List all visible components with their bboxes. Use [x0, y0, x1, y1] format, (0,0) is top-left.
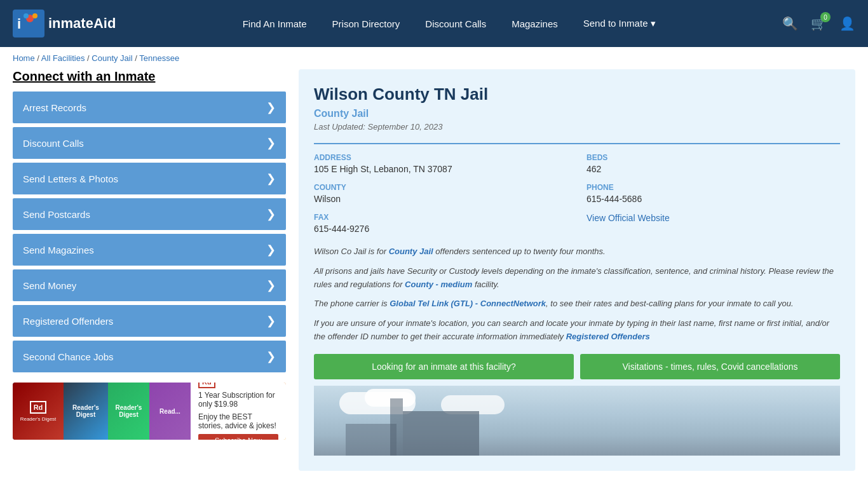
desc-1: Wilson Co Jail is for County Jail offend… [314, 245, 840, 259]
fax-value: 615-444-9276 [314, 224, 567, 234]
ad-image-4: Read... [149, 383, 191, 440]
cart-badge: 0 [820, 12, 831, 22]
chevron-right-icon: ❯ [266, 278, 276, 292]
visitations-button[interactable]: Visitations - times, rules, Covid cancel… [580, 354, 840, 379]
breadcrumb-all-facilities[interactable]: All Facilities [41, 53, 85, 63]
desc-2: All prisons and jails have Security or C… [314, 265, 840, 292]
sidebar-item-send-letters[interactable]: Send Letters & Photos ❯ [13, 163, 286, 194]
sidebar-item-second-chance-jobs[interactable]: Second Chance Jobs ❯ [13, 341, 286, 372]
ad-brand: Rd [198, 383, 215, 388]
header: i inmateAid Find An Inmate Prison Direct… [0, 0, 868, 47]
search-icon[interactable]: 🔍 [782, 16, 798, 31]
address-label: ADDRESS [314, 153, 567, 162]
advertisement: Rd Reader's Digest Reader'sDigest Reader… [13, 383, 286, 440]
header-icons: 🔍 🛒 0 👤 [782, 16, 855, 31]
main-nav: Find An Inmate Prison Directory Discount… [116, 18, 782, 29]
logo-icon: i [13, 10, 44, 37]
nav-send-to-inmate[interactable]: Send to Inmate ▾ [583, 18, 656, 29]
phone-block: PHONE 615-444-5686 [587, 183, 840, 204]
sidebar-item-send-postcards[interactable]: Send Postcards ❯ [13, 198, 286, 230]
beds-label: BEDS [587, 153, 840, 162]
breadcrumb-state[interactable]: Tennessee [139, 53, 179, 63]
facility-title: Wilson County TN Jail [314, 85, 840, 104]
logo-text: inmateAid [48, 15, 116, 32]
phone-label: PHONE [587, 183, 840, 192]
find-inmate-button[interactable]: Looking for an inmate at this facility? [314, 354, 574, 379]
sidebar-item-send-magazines[interactable]: Send Magazines ❯ [13, 234, 286, 266]
address-value: 105 E High St, Lebanon, TN 37087 [314, 164, 567, 174]
chevron-right-icon: ❯ [266, 314, 276, 328]
sidebar-title: Connect with an Inmate [13, 69, 286, 84]
ad-image-3: Reader'sDigest [108, 383, 149, 440]
nav-discount-calls[interactable]: Discount Calls [425, 18, 486, 29]
county-jail-link-1[interactable]: County Jail [389, 247, 433, 256]
sidebar-item-send-money[interactable]: Send Money ❯ [13, 269, 286, 301]
county-medium-link[interactable]: County - medium [405, 280, 472, 289]
gtl-link[interactable]: Global Tel Link (GTL) - ConnectNetwork [390, 299, 546, 308]
pole [390, 398, 403, 456]
svg-text:i: i [17, 16, 21, 32]
county-block: COUNTY Wilson [314, 183, 567, 204]
website-block: View Official Website [587, 213, 840, 234]
chevron-right-icon: ❯ [266, 136, 276, 150]
ad-line1: 1 Year Subscription for only $19.98 [198, 391, 278, 409]
county-label: COUNTY [314, 183, 567, 192]
chevron-right-icon: ❯ [266, 243, 276, 257]
nav-magazines[interactable]: Magazines [512, 18, 558, 29]
chevron-right-icon: ❯ [266, 207, 276, 221]
nav-prison-directory[interactable]: Prison Directory [332, 18, 400, 29]
fax-label: FAX [314, 213, 567, 222]
fax-block: FAX 615-444-9276 [314, 213, 567, 234]
action-buttons: Looking for an inmate at this facility? … [314, 354, 840, 379]
last-updated: Last Updated: September 10, 2023 [314, 122, 840, 132]
breadcrumb-county-jail[interactable]: County Jail [92, 53, 132, 63]
ad-image-2: Reader'sDigest [64, 383, 108, 440]
breadcrumb: Home / All Facilities / County Jail / Te… [0, 47, 868, 69]
sidebar: Connect with an Inmate Arrest Records ❯ … [13, 69, 286, 471]
building-1 [346, 424, 397, 456]
chevron-right-icon: ❯ [266, 172, 276, 186]
beds-block: BEDS 462 [587, 153, 840, 174]
facility-detail: Wilson County TN Jail County Jail Last U… [299, 69, 855, 471]
facility-photo [314, 386, 840, 456]
chevron-right-icon: ❯ [266, 349, 276, 363]
ad-subscribe-button[interactable]: Subscribe Now [198, 434, 278, 440]
ad-line2: Enjoy the BEST stories, advice & jokes! [198, 412, 278, 430]
view-official-website-link[interactable]: View Official Website [587, 213, 670, 223]
ad-image-1: Rd Reader's Digest [13, 383, 64, 440]
desc-4: If you are unsure of your inmate's locat… [314, 317, 840, 344]
cart-icon[interactable]: 🛒 0 [811, 16, 827, 31]
sidebar-menu: Arrest Records ❯ Discount Calls ❯ Send L… [13, 92, 286, 372]
facility-info-grid: ADDRESS 105 E High St, Lebanon, TN 37087… [314, 143, 840, 234]
svg-point-2 [32, 13, 37, 18]
facility-type: County Jail [314, 108, 840, 119]
main-layout: Connect with an Inmate Arrest Records ❯ … [0, 69, 868, 471]
registered-offenders-link[interactable]: Registered Offenders [566, 332, 650, 341]
logo[interactable]: i inmateAid [13, 10, 116, 37]
beds-value: 462 [587, 164, 840, 174]
svg-point-3 [24, 13, 29, 18]
user-icon[interactable]: 👤 [839, 16, 855, 31]
chevron-right-icon: ❯ [266, 100, 276, 114]
sidebar-item-arrest-records[interactable]: Arrest Records ❯ [13, 92, 286, 123]
building-2 [403, 411, 479, 456]
county-value: Wilson [314, 194, 567, 204]
breadcrumb-home[interactable]: Home [13, 53, 35, 63]
address-block: ADDRESS 105 E High St, Lebanon, TN 37087 [314, 153, 567, 174]
sidebar-item-discount-calls[interactable]: Discount Calls ❯ [13, 127, 286, 159]
phone-value: 615-444-5686 [587, 194, 840, 204]
sidebar-item-registered-offenders[interactable]: Registered Offenders ❯ [13, 305, 286, 337]
desc-3: The phone carrier is Global Tel Link (GT… [314, 297, 840, 311]
nav-find-inmate[interactable]: Find An Inmate [243, 18, 307, 29]
